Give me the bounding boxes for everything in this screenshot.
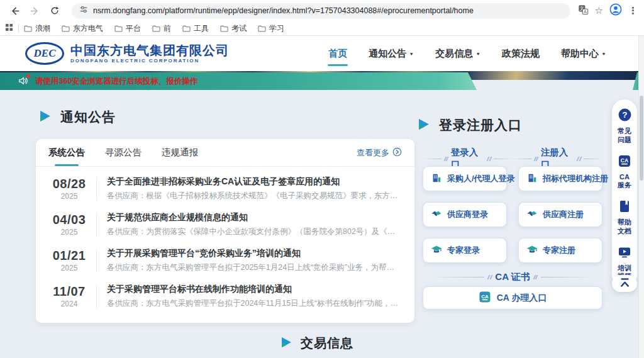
bookmark-label: 浪潮: [35, 23, 50, 34]
notices-section-title: 通知公告: [39, 108, 116, 126]
expert-login-button[interactable]: 专家登录: [423, 238, 507, 263]
circle-arrow-icon: [392, 147, 402, 159]
notification-dot: [26, 74, 30, 78]
question-icon: ?: [618, 108, 632, 125]
section-arrow-icon: [418, 118, 431, 133]
notice-title[interactable]: 关于开展采购管理平台“竞价采购业务”培训的通知: [107, 248, 401, 259]
nav-item-policies[interactable]: 政策法规: [502, 48, 540, 60]
ca-badge-icon: CA: [479, 291, 491, 305]
notice-date: 01/21: [47, 249, 91, 263]
nav-item-notices[interactable]: 通知公告▼: [369, 48, 414, 60]
tab-violation-reports[interactable]: 违规通报: [162, 139, 198, 166]
buyer-agent-login-button[interactable]: 采购人/代理人登录: [423, 166, 507, 191]
building-icon: [431, 172, 442, 186]
trade-info-section-title: 交易信息: [0, 335, 634, 352]
translate-icon[interactable]: 文A: [578, 4, 589, 18]
main-nav: 首页 通知公告▼ 交易信息▼ 政策法规 帮助中心▼: [328, 48, 620, 60]
notice-year: 2025: [47, 264, 91, 272]
ca-apply-button[interactable]: CA CA 办理入口: [423, 286, 602, 310]
profile-avatar-icon[interactable]: [609, 3, 622, 18]
back-icon[interactable]: [6, 3, 23, 19]
book-icon: [618, 199, 631, 216]
supplier-login-button[interactable]: 供应商登录: [423, 202, 507, 227]
scrollbar-thumb[interactable]: [640, 96, 643, 181]
expert-register-button[interactable]: 专家注册: [518, 238, 602, 263]
row-divider: [96, 284, 97, 308]
browser-toolbar: nsrm.dongfang.com/platform/runtime/epp/d…: [0, 0, 644, 21]
nav-item-trade-info[interactable]: 交易信息▼: [435, 48, 480, 60]
svg-text:CA: CA: [481, 294, 489, 299]
bookmarks-bar: 浪潮 东方电气 平台 前 工具 考试 学习: [0, 21, 644, 36]
bookmark-folder[interactable]: 东方电气: [62, 23, 103, 34]
chevron-down-icon: ▼: [475, 51, 480, 55]
svg-text:CA: CA: [621, 157, 628, 163]
nav-item-help-center[interactable]: 帮助中心▼: [561, 48, 606, 60]
floating-rail: ? 常见问题 CA CA服务 帮助文档 培训视频: [612, 99, 637, 288]
nav-item-home[interactable]: 首页: [328, 48, 347, 60]
handshake-icon: [431, 208, 442, 221]
notice-row[interactable]: 11/072024 关于采购管理平台标书在线制作功能培训的通知各供应商：东方电气…: [36, 278, 414, 314]
rail-item-faq[interactable]: ? 常见问题: [616, 108, 633, 145]
notice-row[interactable]: 08/282025 关于全面推进非招标采购业务CA认证及电子签章应用的通知各供应…: [36, 171, 414, 206]
dec-logo[interactable]: DEC: [25, 42, 64, 65]
rail-item-ca-service[interactable]: CA CA服务: [616, 154, 633, 191]
bookmark-label: 平台: [126, 23, 141, 34]
tab-sourcing-notices[interactable]: 寻源公告: [105, 139, 142, 166]
bookmark-folder[interactable]: 工具: [182, 23, 209, 34]
login-buttons-grid: 采购人/代理人登录 招标代理机构注册 供应商登录 供应商注册 专家登录 专家注册: [423, 166, 602, 263]
chevron-down-icon: ▼: [409, 51, 414, 55]
notice-row[interactable]: 01/212025 关于开展采购管理平台“竞价采购业务”培训的通知各供应商：东方…: [36, 242, 414, 278]
bookmark-folder[interactable]: 前: [152, 23, 171, 34]
apps-grid-icon[interactable]: [5, 23, 13, 34]
ticker-text: 请使用360安全浏览器进行后续投标、报价操作: [35, 76, 197, 87]
notice-date: 04/03: [47, 213, 91, 227]
chevron-down-icon: ▼: [601, 51, 606, 55]
notice-desc: 各供应商：东方电气采购管理平台拟于2025年1月24日上线“竞价采购”业务，为帮…: [107, 262, 401, 273]
svg-text:A: A: [584, 9, 587, 14]
notice-title[interactable]: 关于全面推进非招标采购业务CA认证及电子签章应用的通知: [107, 176, 401, 187]
graduation-cap-icon: [526, 244, 538, 257]
reload-icon[interactable]: [47, 3, 63, 19]
notice-year: 2025: [47, 192, 91, 201]
svg-text:?: ?: [622, 110, 627, 120]
bookmark-star-icon[interactable]: ☆: [595, 5, 603, 16]
url-bar[interactable]: nsrm.dongfang.com/platform/runtime/epp/d…: [72, 3, 570, 19]
bookmark-label: 工具: [194, 23, 209, 34]
bookmark-folder[interactable]: 浪潮: [24, 23, 50, 34]
row-divider: [96, 213, 97, 237]
notices-tabs: 系统公告 寻源公告 违规通报 查看更多: [36, 139, 414, 167]
bookmark-folder[interactable]: 平台: [114, 23, 141, 34]
rail-item-help-docs[interactable]: 帮助文档: [616, 199, 633, 236]
url-text[interactable]: nsrm.dongfang.com/platform/runtime/epp/d…: [93, 6, 474, 15]
site-info-icon[interactable]: [79, 5, 88, 16]
building-icon: [526, 172, 538, 186]
bidding-agency-register-button[interactable]: 招标代理机构注册: [518, 166, 602, 191]
section-arrow-icon: [280, 336, 293, 351]
notices-card: 系统公告 寻源公告 违规通报 查看更多 08/282025 关于全面推进非招标采…: [36, 139, 414, 323]
app-root: nsrm.dongfang.com/platform/runtime/epp/d…: [0, 0, 644, 358]
bookmark-folder[interactable]: 学习: [258, 23, 284, 34]
notice-date: 11/07: [47, 284, 91, 299]
notice-year: 2024: [47, 299, 91, 308]
company-name-en: DONGFANG ELECTRIC CORPORATION: [70, 58, 229, 64]
bookmark-label: 考试: [231, 23, 247, 34]
chrome-menu-icon[interactable]: ⋮: [628, 5, 638, 16]
supplier-register-button[interactable]: 供应商注册: [518, 202, 602, 227]
notice-title[interactable]: 关于采购管理平台标书在线制作功能培训的通知: [107, 284, 401, 295]
speaker-icon: [18, 76, 29, 87]
scroll-to-top-button[interactable]: [612, 275, 637, 292]
handshake-icon: [526, 208, 538, 221]
forward-icon[interactable]: [26, 3, 43, 19]
notice-desc: 各供应商：为贯彻落实《保障中小企业款项支付条例》（国务院令第802号）及《中小企…: [107, 227, 401, 237]
notice-row[interactable]: 04/032025 关于规范供应商企业规模信息的通知各供应商：为贯彻落实《保障中…: [36, 206, 414, 242]
row-divider: [96, 249, 97, 272]
page-scrollbar[interactable]: [638, 36, 644, 358]
tab-system-notices[interactable]: 系统公告: [48, 139, 85, 166]
notice-title[interactable]: 关于规范供应商企业规模信息的通知: [107, 212, 401, 223]
company-name-cn: 中国东方电气集团有限公司: [70, 43, 229, 58]
view-more-link[interactable]: 查看更多: [357, 147, 402, 159]
row-divider: [96, 177, 97, 201]
bookmark-folder[interactable]: 考试: [220, 23, 247, 34]
notice-date: 08/28: [47, 177, 91, 191]
ca-badge-icon: CA: [618, 154, 631, 171]
